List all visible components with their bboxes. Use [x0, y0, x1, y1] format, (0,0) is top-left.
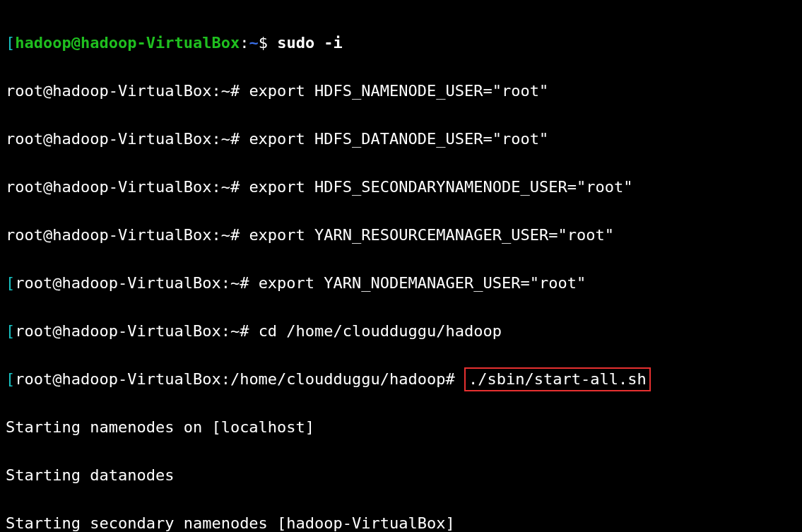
line-export-3: root@hadoop-VirtualBox:~# export YARN_RE… — [6, 223, 796, 247]
terminal[interactable]: [hadoop@hadoop-VirtualBox:~$ sudo -i roo… — [0, 0, 802, 532]
export-1: export HDFS_DATANODE_USER="root" — [249, 130, 548, 148]
export-0: export HDFS_NAMENODE_USER="root" — [249, 82, 548, 100]
line-export-1: root@hadoop-VirtualBox:~# export HDFS_DA… — [6, 127, 796, 151]
root-home-prompt: root@hadoop-VirtualBox:~# — [6, 226, 249, 244]
prompt-suffix: $ — [259, 34, 278, 52]
bracket: [ — [6, 274, 15, 292]
root-home-prompt: root@hadoop-VirtualBox:~# — [15, 274, 258, 292]
root-home-prompt: root@hadoop-VirtualBox:~# — [6, 130, 249, 148]
user-host: hadoop@hadoop-VirtualBox — [15, 34, 240, 52]
export-4: export YARN_NODEMANAGER_USER="root" — [259, 274, 586, 292]
line-startall: [root@hadoop-VirtualBox:/home/cloudduggu… — [6, 367, 796, 391]
output-start-0: Starting namenodes on [localhost] — [6, 415, 796, 439]
bracket: [ — [6, 370, 15, 388]
bracket-open: [ — [6, 34, 15, 52]
sep: : — [240, 34, 249, 52]
export-3: export YARN_RESOURCEMANAGER_USER="root" — [249, 226, 614, 244]
output-start-1: Starting datanodes — [6, 463, 796, 487]
export-2: export HDFS_SECONDARYNAMENODE_USER="root… — [249, 178, 632, 196]
root-home-prompt: root@hadoop-VirtualBox:~# — [6, 178, 249, 196]
cmd-sudo: sudo -i — [277, 34, 343, 52]
line-cd: [root@hadoop-VirtualBox:~# cd /home/clou… — [6, 319, 796, 343]
cmd-start-all: ./sbin/start-all.sh — [468, 370, 647, 388]
bracket: [ — [6, 322, 15, 340]
root-hadoop-prompt: root@hadoop-VirtualBox:/home/cloudduggu/… — [15, 370, 464, 388]
line-export-4: [root@hadoop-VirtualBox:~# export YARN_N… — [6, 271, 796, 295]
output-start-2: Starting secondary namenodes [hadoop-Vir… — [6, 512, 796, 532]
line-export-2: root@hadoop-VirtualBox:~# export HDFS_SE… — [6, 175, 796, 199]
root-home-prompt: root@hadoop-VirtualBox:~# — [6, 82, 249, 100]
cmd-start-all-highlight: ./sbin/start-all.sh — [464, 367, 651, 391]
cmd-cd: cd /home/cloudduggu/hadoop — [259, 322, 502, 340]
line-export-0: root@hadoop-VirtualBox:~# export HDFS_NA… — [6, 79, 796, 103]
path: ~ — [249, 34, 258, 52]
root-home-prompt: root@hadoop-VirtualBox:~# — [15, 322, 258, 340]
line-sudo: [hadoop@hadoop-VirtualBox:~$ sudo -i — [6, 31, 796, 55]
